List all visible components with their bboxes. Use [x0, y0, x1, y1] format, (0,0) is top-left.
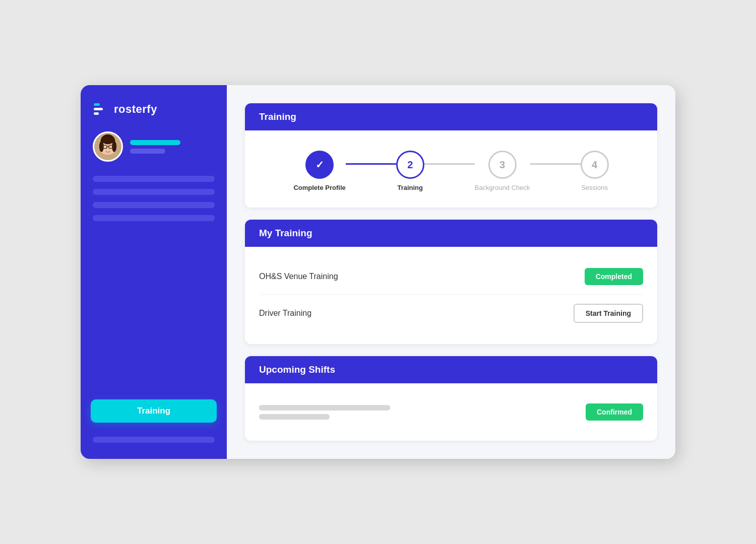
start-training-button[interactable]: Start Training: [574, 304, 643, 323]
rosterfy-logo-icon: [93, 101, 109, 117]
training-row-1: OH&S Venue Training Completed: [259, 259, 643, 295]
shift-line-2: [259, 414, 330, 420]
profile-name-line: [130, 140, 180, 145]
nav-items: [93, 176, 215, 385]
step-4-circle: 4: [581, 151, 609, 179]
step-1: ✓ Complete Profile: [293, 151, 345, 191]
step-4-label: Sessions: [581, 184, 608, 191]
stepper: ✓ Complete Profile 2 Training 3 Backgrou…: [259, 143, 643, 195]
sidebar: rosterfy: [81, 85, 227, 459]
main-content: Training ✓ Complete Profile 2 Training: [227, 85, 675, 459]
app-name: rosterfy: [114, 103, 157, 116]
training-header: Training: [245, 103, 657, 130]
nav-item-4[interactable]: [93, 215, 215, 221]
step-3: 3 Background Check: [475, 151, 530, 191]
svg-rect-1: [94, 108, 103, 110]
my-training-body: OH&S Venue Training Completed Driver Tra…: [245, 247, 657, 344]
nav-item-1[interactable]: [93, 176, 215, 182]
step-3-label: Background Check: [475, 184, 530, 191]
nav-bottom: [93, 437, 215, 443]
step-4: 4 Sessions: [581, 151, 609, 191]
profile-sub-line: [130, 149, 165, 154]
confirmed-button[interactable]: Confirmed: [586, 403, 643, 421]
svg-point-12: [101, 135, 114, 145]
step-2: 2 Training: [396, 151, 424, 191]
app-card: rosterfy: [81, 85, 675, 459]
avatar: [93, 131, 123, 162]
training-row-2: Driver Training Start Training: [259, 295, 643, 332]
nav-item-3[interactable]: [93, 202, 215, 208]
upcoming-shifts-header: Upcoming Shifts: [245, 356, 657, 383]
svg-rect-0: [94, 103, 100, 106]
step-line-1: [346, 163, 396, 165]
logo-area: rosterfy: [93, 101, 215, 117]
upcoming-shifts-body: Confirmed: [245, 383, 657, 441]
nav-item-bottom[interactable]: [93, 437, 215, 443]
training-progress-card: Training ✓ Complete Profile 2 Training: [245, 103, 657, 208]
step-2-circle: 2: [396, 151, 424, 179]
nav-item-2[interactable]: [93, 189, 215, 195]
step-line-2: [424, 163, 475, 165]
my-training-header: My Training: [245, 220, 657, 247]
shift-text: [259, 405, 390, 420]
training-name-1: OH&S Venue Training: [259, 272, 338, 281]
step-1-label: Complete Profile: [293, 184, 345, 191]
step-2-label: Training: [397, 184, 423, 191]
upcoming-shifts-card: Upcoming Shifts Confirmed: [245, 356, 657, 441]
shift-row-1: Confirmed: [259, 395, 643, 429]
completed-button[interactable]: Completed: [585, 268, 643, 285]
profile-area: [93, 131, 215, 162]
svg-rect-2: [94, 112, 99, 115]
my-training-card: My Training OH&S Venue Training Complete…: [245, 220, 657, 344]
training-name-2: Driver Training: [259, 309, 311, 318]
profile-lines: [130, 140, 180, 154]
sidebar-item-training[interactable]: Training: [91, 399, 217, 423]
step-3-circle: 3: [488, 151, 517, 179]
step-line-3: [530, 163, 581, 165]
training-body: ✓ Complete Profile 2 Training 3 Backgrou…: [245, 130, 657, 208]
shift-line-1: [259, 405, 390, 411]
step-1-circle: ✓: [305, 151, 334, 179]
